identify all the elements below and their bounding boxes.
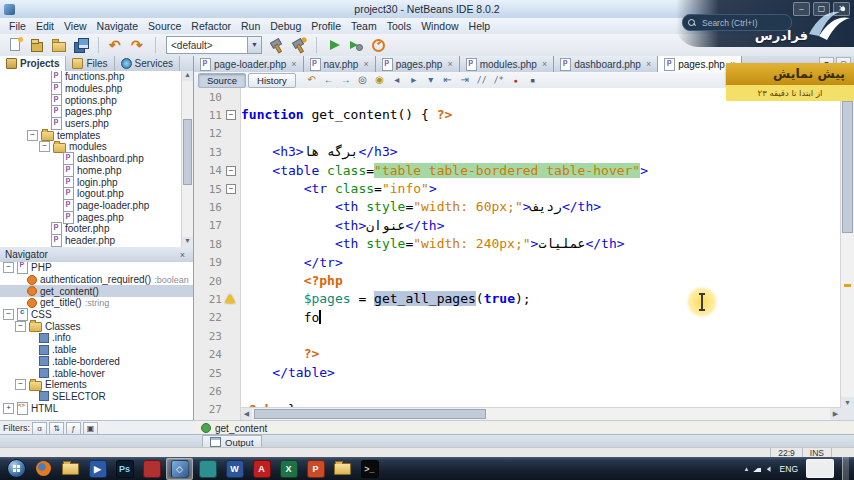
project-tree-item[interactable]: −modules — [0, 141, 193, 153]
view-source-button[interactable]: Source — [198, 73, 246, 88]
scroll-up-icon[interactable] — [182, 71, 193, 81]
previous-bookmark-icon[interactable] — [389, 73, 405, 87]
scroll-down-icon[interactable] — [182, 237, 193, 247]
run-button[interactable] — [324, 36, 344, 55]
close-tab-icon[interactable]: × — [447, 59, 452, 69]
search-input[interactable] — [700, 17, 786, 29]
navigator-header[interactable]: Navigator — [0, 247, 193, 263]
clean-build-button[interactable] — [289, 36, 309, 55]
fold-handle[interactable]: − — [226, 110, 236, 120]
start-macro-icon[interactable] — [508, 73, 524, 87]
code-editor[interactable]: 1011−121314−15−161718192021222324252627 … — [194, 88, 854, 420]
show-fields-filter[interactable]: ƒ — [66, 422, 81, 435]
scrollbar-thumb[interactable] — [183, 119, 192, 185]
acrobat-icon[interactable]: A — [249, 459, 274, 479]
navigator-tree[interactable]: −PHPauthentication_required():booleanget… — [0, 262, 193, 420]
project-tree-item[interactable]: pages.php — [0, 106, 193, 118]
close-tab-icon[interactable]: × — [291, 59, 296, 69]
scroll-down-icon[interactable] — [841, 397, 854, 408]
navigator-item[interactable]: .table-hover — [0, 367, 193, 379]
netbeans-icon[interactable] — [166, 458, 193, 480]
project-tree-item[interactable]: logout.php — [0, 188, 193, 200]
project-tree-item[interactable]: dashboard.php — [0, 153, 193, 165]
projects-tree[interactable]: functions.phpmodules.phpoptions.phppages… — [0, 71, 193, 248]
language-indicator[interactable]: ENG — [780, 464, 798, 474]
photoshop-icon[interactable]: Ps — [112, 459, 137, 479]
comment-icon[interactable] — [474, 73, 490, 87]
project-tree-item[interactable]: options.php — [0, 94, 193, 106]
show-desktop-button[interactable] — [842, 457, 849, 480]
close-button[interactable] — [833, 2, 850, 16]
project-tree-item[interactable]: pages.php — [0, 211, 193, 223]
tray-expand-icon[interactable] — [745, 465, 749, 473]
minimize-button[interactable] — [793, 2, 810, 16]
navigator-item[interactable]: −Classes — [0, 320, 193, 332]
editor-breadcrumb-bar[interactable]: get_content — [193, 420, 854, 435]
back-icon[interactable] — [321, 73, 337, 87]
warning-icon[interactable] — [225, 294, 235, 303]
uncomment-icon[interactable] — [491, 73, 507, 87]
view-history-button[interactable]: History — [248, 73, 296, 88]
editor-tab-pages.php[interactable]: pages.php× — [376, 56, 460, 72]
chevron-down-icon[interactable] — [247, 37, 261, 53]
folder2-icon[interactable] — [330, 459, 355, 479]
navigator-item[interactable]: SELECTOR — [0, 391, 193, 403]
project-tree-item[interactable]: users.php — [0, 118, 193, 130]
menu-refactor[interactable]: Refactor — [186, 19, 236, 33]
undo-button[interactable] — [106, 36, 126, 55]
highlight-occurrences-icon[interactable] — [372, 73, 388, 87]
menu-file[interactable]: File — [4, 19, 31, 33]
tab-files[interactable]: Files — [66, 56, 114, 71]
powerpoint-icon[interactable]: P — [303, 459, 328, 479]
editor-tab-nav.php[interactable]: nav.php× — [304, 56, 376, 72]
build-button[interactable] — [267, 36, 287, 55]
profile-button[interactable] — [368, 36, 388, 55]
editor-tab-page-loader.php[interactable]: page-loader.php× — [194, 56, 304, 72]
volume-icon[interactable] — [766, 465, 771, 473]
menu-debug[interactable]: Debug — [265, 19, 306, 33]
navigator-item[interactable]: −PHP — [0, 262, 193, 274]
menu-profile[interactable]: Profile — [306, 19, 346, 33]
project-tree-item[interactable]: login.php — [0, 176, 193, 188]
project-tree-item[interactable]: −templates — [0, 129, 193, 141]
network-icon[interactable] — [753, 465, 761, 472]
project-tree-item[interactable]: functions.php — [0, 71, 193, 83]
media-player-icon[interactable]: ▶ — [85, 459, 110, 479]
navigator-item[interactable]: .table-bordered — [0, 356, 193, 368]
fold-handle[interactable]: − — [226, 166, 236, 176]
menu-team[interactable]: Team — [346, 19, 382, 33]
scroll-right-icon[interactable] — [830, 408, 841, 420]
navigator-item[interactable]: .info — [0, 332, 193, 344]
collapse-handle[interactable]: − — [27, 130, 38, 141]
navigator-item[interactable]: −Elements — [0, 379, 193, 391]
project-tree-item[interactable]: home.php — [0, 165, 193, 177]
navigator-item[interactable]: get_title():string — [0, 297, 193, 309]
close-icon[interactable] — [177, 250, 188, 260]
next-bookmark-icon[interactable] — [406, 73, 422, 87]
new-file-button[interactable] — [5, 36, 25, 55]
collapse-handle[interactable]: − — [15, 379, 26, 390]
scroll-left-icon[interactable] — [241, 408, 252, 420]
new-project-button[interactable] — [27, 36, 47, 55]
warning-stripe-mark[interactable] — [844, 284, 851, 287]
collapse-handle[interactable]: − — [3, 262, 14, 273]
debug-button[interactable] — [346, 36, 366, 55]
project-tree-item[interactable]: footer.php — [0, 223, 193, 235]
stop-macro-icon[interactable] — [525, 73, 541, 87]
projects-tree-scrollbar[interactable] — [181, 71, 193, 247]
navigator-item[interactable]: authentication_required():boolean — [0, 274, 193, 286]
explorer-icon[interactable] — [58, 459, 83, 479]
editor-vertical-scrollbar[interactable] — [840, 88, 854, 408]
excel-icon[interactable]: X — [276, 459, 301, 479]
menu-source[interactable]: Source — [143, 19, 186, 33]
project-tree-item[interactable]: header.php — [0, 235, 193, 247]
tab-services[interactable]: Services — [115, 56, 180, 71]
menu-view[interactable]: View — [59, 19, 92, 33]
shift-left-icon[interactable] — [440, 73, 456, 87]
menu-edit[interactable]: Edit — [31, 19, 59, 33]
show-inherited-filter[interactable]: ▣ — [83, 422, 98, 435]
menu-tools[interactable]: Tools — [382, 19, 417, 33]
menu-navigate[interactable]: Navigate — [92, 19, 143, 33]
toggle-bookmark-icon[interactable] — [423, 73, 439, 87]
close-tab-icon[interactable]: × — [542, 59, 547, 69]
